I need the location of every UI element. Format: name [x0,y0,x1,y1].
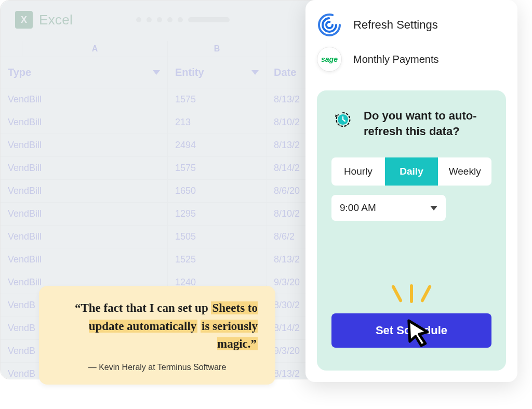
panel-title: Refresh Settings [353,18,438,32]
panel-header: Refresh Settings [317,12,506,37]
frequency-option-hourly[interactable]: Hourly [331,157,385,186]
svg-point-2 [326,22,332,28]
auto-refresh-question: Do you want to auto-refresh this data? [364,108,491,139]
cell-type: VendBill [1,134,168,156]
cell-type: VendBill [1,226,168,248]
time-value: 9:00 AM [340,202,376,214]
sort-icon [153,70,160,75]
header-label: Entity [175,67,204,78]
refresh-settings-panel: Refresh Settings sage Monthly Payments D… [305,0,517,382]
cell-entity: 1525 [168,248,267,271]
set-schedule-button[interactable]: Set Schedule [331,313,491,348]
auto-refresh-card: Do you want to auto-refresh this data? H… [317,90,506,371]
header-label: Date [274,67,296,78]
excel-icon [15,11,33,29]
cell-entity: 1575 [168,88,267,111]
cell-type: VendBill [1,111,168,134]
cell-entity: 1575 [168,157,267,179]
chevron-down-icon [430,206,437,210]
cell-entity: 213 [168,111,267,134]
cell-entity: 1650 [168,180,267,202]
cell-entity: 1505 [168,226,267,248]
schedule-icon [331,108,354,131]
sage-icon: sage [317,47,342,72]
header-label: Type [8,67,31,78]
frequency-option-daily[interactable]: Daily [385,157,438,186]
svg-point-1 [323,18,336,32]
cta-label: Set Schedule [376,324,447,337]
time-select[interactable]: 9:00 AM [331,195,446,221]
column-letter: A [22,41,168,57]
cell-type: VendBill [1,88,168,111]
attention-burst-icon [395,284,428,303]
header-type[interactable]: Type [1,57,168,88]
toolbar-skeleton [136,17,230,22]
cell-entity: 2494 [168,134,267,156]
testimonial-attribution: — Kevin Heraly at Terminus Software [57,363,258,372]
cell-entity: 1295 [168,203,267,225]
cell-type: VendBill [1,248,168,271]
coefficient-logo-icon [317,12,342,37]
cell-type: VendBill [1,180,168,202]
cell-type: VendBill [1,157,168,179]
cell-type: VendBill [1,203,168,225]
testimonial-quote: “The fact that I can set up Sheets to up… [57,299,258,353]
header-entity[interactable]: Entity [168,57,267,88]
spreadsheet-app-name: Excel [39,12,73,28]
data-source-name: Monthly Payments [353,54,439,65]
data-source-row: sage Monthly Payments [317,47,506,72]
frequency-option-weekly[interactable]: Weekly [438,157,491,186]
frequency-segmented-control: Hourly Daily Weekly [331,157,491,186]
sort-icon [251,70,259,75]
column-letter: B [168,41,267,57]
testimonial-card: “The fact that I can set up Sheets to up… [39,286,275,385]
